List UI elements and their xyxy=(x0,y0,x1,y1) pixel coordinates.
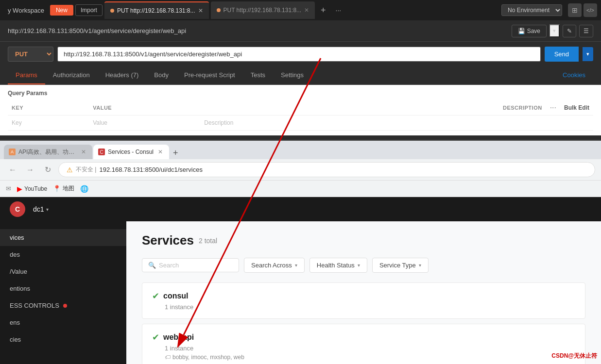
sidebar-item-tokens[interactable]: ens xyxy=(0,314,126,331)
tab-tests[interactable]: Tests xyxy=(243,66,273,84)
tab-more-options[interactable]: ··· xyxy=(332,6,345,14)
tag-icon: 🏷 xyxy=(165,354,171,361)
youtube-label: YouTube xyxy=(24,185,47,192)
environment-select[interactable]: No Environment xyxy=(501,4,562,16)
tab-authorization[interactable]: Authorization xyxy=(45,66,98,84)
send-button[interactable]: Send xyxy=(545,47,579,62)
params-table: KEY VALUE DESCRIPTION ··· Bulk Edit Key … xyxy=(8,100,593,131)
service-item-web-api[interactable]: ✔ web_api 1 instance 🏷 bobby, imooc, mxs… xyxy=(142,324,585,364)
postman-section: y Workspace New Import PUT http://192.16… xyxy=(0,0,601,141)
sidebar-item-policies[interactable]: cies xyxy=(0,331,126,348)
request-tabs-panel: Params Authorization Headers (7) Body Pr… xyxy=(0,66,601,85)
consul-sidebar: vices des /Value entions ESS CONTROLS en… xyxy=(0,221,126,364)
tab-settings[interactable]: Settings xyxy=(273,66,311,84)
services-title: Services 2 total xyxy=(142,233,585,248)
tab-close-2[interactable]: ✕ xyxy=(304,7,309,14)
chrome-tab-bar: A API高效、易用、功能强大的R... ✕ C Services - Cons… xyxy=(0,141,601,159)
service-consul-instance: 1 instance xyxy=(165,303,575,311)
param-desc-cell[interactable]: Description xyxy=(200,116,593,131)
bulk-edit-button[interactable]: Bulk Edit xyxy=(564,104,589,111)
service-webapi-name-row: ✔ web_api xyxy=(152,332,575,343)
param-row-1: Key Value Description xyxy=(8,116,593,131)
method-select[interactable]: PUT GET POST DELETE xyxy=(8,47,53,62)
env-icons: ⊞ </> xyxy=(568,3,597,17)
tab-dot-orange-2 xyxy=(217,8,221,12)
param-key-cell[interactable]: Key xyxy=(8,116,89,131)
url-actions: 💾 Save ▾ ✎ ☰ xyxy=(512,24,593,37)
bookmark-mail[interactable]: ✉ xyxy=(6,185,11,192)
search-icon: 🔍 xyxy=(148,262,156,269)
tab-close-1[interactable]: ✕ xyxy=(198,7,203,14)
back-button[interactable]: ← xyxy=(6,163,19,177)
bookmarks-bar: ✉ ▶ YouTube 📍 地图 🌐 xyxy=(0,181,601,197)
bookmark-youtube[interactable]: ▶ YouTube xyxy=(17,185,47,193)
health-status-button[interactable]: Health Status ▾ xyxy=(309,258,367,273)
consul-body: vices des /Value entions ESS CONTROLS en… xyxy=(0,221,601,364)
info-icon-button[interactable]: ☰ xyxy=(579,25,593,37)
postman-tab-bar: y Workspace New Import PUT http://192.16… xyxy=(0,0,601,20)
request-url-input[interactable] xyxy=(57,47,541,62)
sidebar-item-access-controls[interactable]: ESS CONTROLS xyxy=(0,297,126,314)
youtube-icon: ▶ xyxy=(17,185,22,193)
search-across-button[interactable]: Search Across ▾ xyxy=(244,258,305,273)
chrome-tab-2-close[interactable]: ✕ xyxy=(156,148,164,156)
send-dropdown-button[interactable]: ▾ xyxy=(583,47,593,61)
sidebar-item-services[interactable]: vices xyxy=(0,229,126,246)
import-button[interactable]: Import xyxy=(75,4,103,16)
access-controls-dot-icon xyxy=(63,304,67,308)
globe-icon: 🌐 xyxy=(80,185,88,193)
tab-cookies[interactable]: Cookies xyxy=(555,66,593,84)
bookmark-map[interactable]: 📍 地图 xyxy=(53,184,74,193)
edit-icon-button[interactable]: ✎ xyxy=(563,25,576,37)
consul-dc-selector[interactable]: dc1 ▾ xyxy=(33,205,49,213)
params-title: Query Params xyxy=(8,90,593,97)
save-icon: 💾 xyxy=(518,28,525,34)
consul-header: C dc1 ▾ xyxy=(0,197,601,221)
col-value: VALUE xyxy=(89,100,200,116)
save-button[interactable]: 💾 Save xyxy=(512,25,547,37)
code-icon[interactable]: </> xyxy=(584,3,597,17)
tab-headers[interactable]: Headers (7) xyxy=(98,66,147,84)
tab-params[interactable]: Params xyxy=(8,66,45,84)
map-label: 地图 xyxy=(63,184,74,193)
search-input-wrap[interactable]: 🔍 Search xyxy=(142,258,239,272)
search-across-label: Search Across xyxy=(251,262,292,269)
service-item-consul[interactable]: ✔ consul 1 instance xyxy=(142,282,585,319)
env-icon-1[interactable]: ⊞ xyxy=(568,3,582,17)
reload-button[interactable]: ↻ xyxy=(41,163,54,177)
bookmark-globe[interactable]: 🌐 xyxy=(80,185,88,193)
service-webapi-health-icon: ✔ xyxy=(152,332,159,343)
forward-button[interactable]: → xyxy=(23,163,37,177)
map-icon: 📍 xyxy=(53,185,61,192)
consul-logo: C xyxy=(10,201,25,217)
tab-body[interactable]: Body xyxy=(146,66,176,84)
health-status-label: Health Status xyxy=(317,262,355,269)
chrome-tab-1[interactable]: A API高效、易用、功能强大的R... ✕ xyxy=(4,145,92,159)
address-bar[interactable]: ⚠ 不安全 | 192.168.78.131:8500/ui/dc1/servi… xyxy=(58,162,595,177)
service-type-button[interactable]: Service Type ▾ xyxy=(372,258,429,273)
services-heading: Services xyxy=(142,233,194,248)
sidebar-item-nodes[interactable]: des xyxy=(0,246,126,263)
sidebar-item-kv[interactable]: /Value xyxy=(0,263,126,280)
sidebar-item-intentions[interactable]: entions xyxy=(0,280,126,297)
filter-bar: 🔍 Search Search Across ▾ Health Status ▾… xyxy=(142,258,585,273)
params-more-button[interactable]: ··· xyxy=(546,103,560,112)
service-webapi-tags: 🏷 bobby, imooc, mxshop, web xyxy=(165,354,575,361)
tab-pre-request[interactable]: Pre-request Script xyxy=(176,66,243,84)
workspace-label: y Workspace xyxy=(4,7,48,14)
request-tab-2[interactable]: PUT http://192.168.78.131:8... ✕ xyxy=(211,1,315,19)
new-button[interactable]: New xyxy=(50,5,73,16)
url-bar: http://192.168.78.131:8500/v1/agent/serv… xyxy=(0,20,601,42)
save-label: Save xyxy=(527,28,540,34)
save-dropdown-button[interactable]: ▾ xyxy=(549,24,560,37)
chrome-tab-1-close[interactable]: ✕ xyxy=(80,148,87,156)
request-tab-1[interactable]: PUT http://192.168.78.131:8... ✕ xyxy=(104,1,209,19)
chrome-tab-2[interactable]: C Services - Consul ✕ xyxy=(93,145,169,159)
param-value-cell[interactable]: Value xyxy=(89,116,200,131)
health-status-arrow-icon: ▾ xyxy=(358,263,360,268)
request-bar: PUT GET POST DELETE Send ▾ xyxy=(0,42,601,66)
url-path: http://192.168.78.131:8500/v1/agent/serv… xyxy=(8,27,512,34)
search-placeholder: Search xyxy=(159,262,179,269)
new-tab-button[interactable]: + xyxy=(317,5,330,16)
chrome-new-tab-button[interactable]: + xyxy=(170,148,181,158)
